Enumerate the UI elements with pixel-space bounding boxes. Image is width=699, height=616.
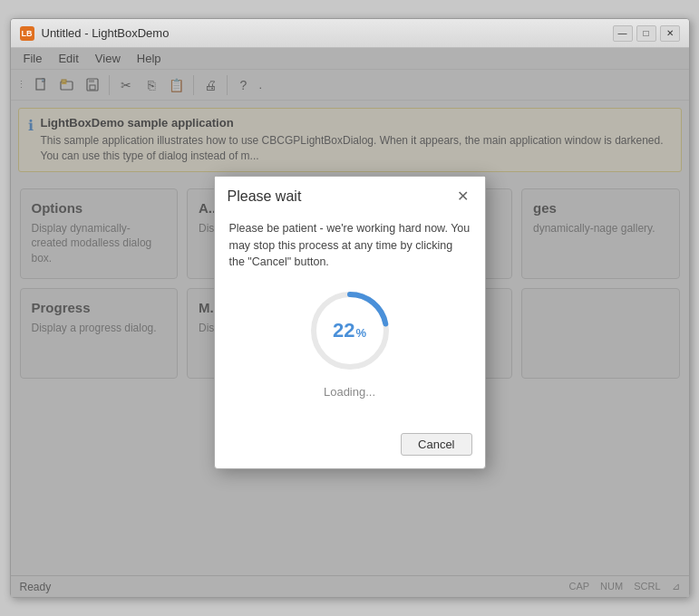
dialog-body: Please be patient - we're working hard n… [215, 213, 485, 426]
dialog-title: Please wait [228, 188, 302, 205]
main-window: LB Untitled - LightBoxDemo — □ ✕ File Ed… [10, 18, 690, 598]
progress-value: 22 [333, 319, 354, 342]
close-button[interactable]: ✕ [660, 25, 680, 42]
window-title: Untitled - LightBoxDemo [42, 26, 170, 40]
please-wait-dialog: Please wait ✕ Please be patient - we're … [214, 176, 486, 469]
cancel-button[interactable]: Cancel [401, 433, 471, 456]
dialog-close-button[interactable]: ✕ [454, 188, 472, 206]
dialog-footer: Cancel [215, 426, 485, 468]
maximize-button[interactable]: □ [636, 25, 656, 42]
percent-sign: % [355, 326, 366, 340]
progress-circle-container: 22% Loading... [229, 285, 471, 399]
loading-label: Loading... [324, 385, 375, 399]
progress-percent-label: 22% [333, 319, 366, 342]
minimize-button[interactable]: — [613, 25, 633, 42]
modal-overlay: Please wait ✕ Please be patient - we're … [11, 48, 689, 597]
dialog-message: Please be patient - we're working hard n… [229, 220, 471, 271]
app-icon: LB [20, 26, 34, 41]
title-bar: LB Untitled - LightBoxDemo — □ ✕ [11, 19, 689, 48]
title-controls: — □ ✕ [613, 25, 680, 42]
dialog-title-bar: Please wait ✕ [215, 177, 485, 213]
progress-circle: 22% [305, 285, 395, 376]
